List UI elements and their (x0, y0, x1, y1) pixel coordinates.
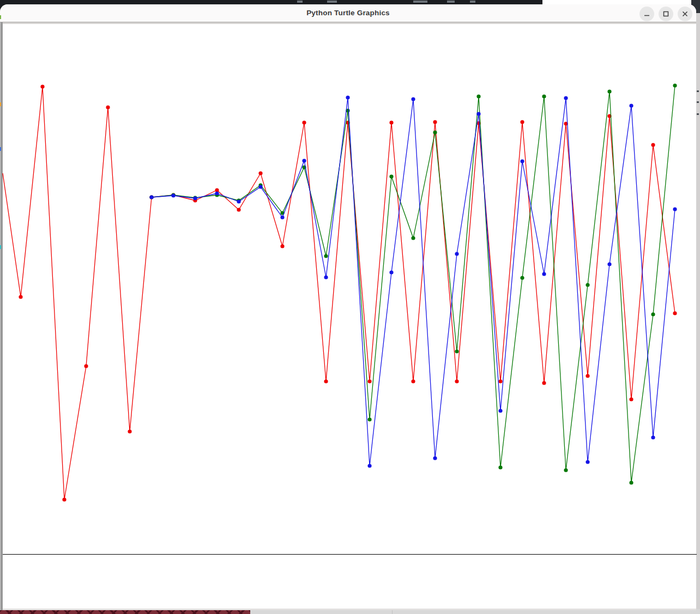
background-app-fragment (297, 1, 303, 3)
background-app-fragment (327, 1, 337, 3)
background-app-fragment (447, 1, 455, 3)
screen: Python Turtle Graphics (0, 0, 700, 614)
close-icon (681, 10, 689, 17)
background-app-fragment (470, 1, 475, 3)
left-edge-sliver (0, 15, 1, 19)
minimize-icon (643, 10, 650, 17)
background-app-fragment (413, 1, 427, 3)
maximize-icon (662, 10, 669, 17)
background-text-fragment (697, 101, 699, 103)
turtle-canvas (3, 24, 696, 609)
turtle-window: Python Turtle Graphics (0, 4, 696, 610)
left-edge-sliver (0, 102, 1, 106)
background-text-fragment (697, 90, 699, 92)
titlebar[interactable]: Python Turtle Graphics (0, 4, 696, 22)
background-window-right-edge (696, 13, 700, 614)
left-edge-sliver (0, 147, 1, 151)
window-controls (639, 7, 692, 21)
background-text-fragment (697, 113, 699, 115)
left-edge-sliver (0, 245, 1, 249)
close-button[interactable] (678, 7, 692, 21)
minimize-button[interactable] (639, 7, 654, 21)
window-title: Python Turtle Graphics (0, 4, 696, 22)
window-content (0, 22, 696, 610)
maximize-button[interactable] (659, 7, 673, 21)
